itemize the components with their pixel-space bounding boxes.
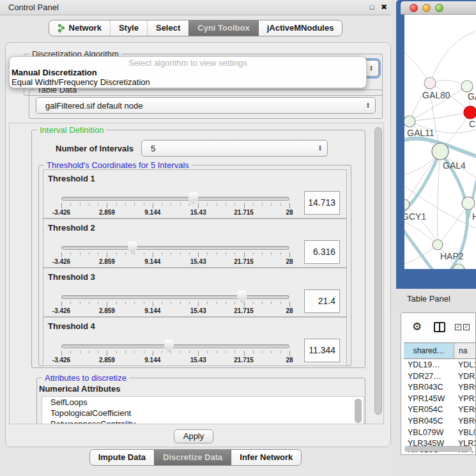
close-traffic-light-icon[interactable] — [410, 4, 418, 12]
network-graph: GAL80GACGAL11GAL4GCY1HHAP2 — [404, 15, 476, 269]
table-row[interactable]: YBL079WYBL0… — [404, 427, 475, 439]
numerical-attributes-list[interactable]: SelfLoopsTopologicalCoefficientBetweenne… — [42, 396, 364, 424]
tick-mark — [171, 302, 171, 304]
network-node-gal80-neighbor[interactable] — [424, 77, 436, 89]
close-panel-icon[interactable]: ✖ — [379, 2, 389, 13]
threshold-value-field[interactable]: 21.4 — [304, 289, 340, 313]
network-node-gal4[interactable] — [432, 143, 449, 160]
number-of-intervals-spinner[interactable]: 5 ▲▼ — [141, 140, 328, 157]
top-tab-network[interactable]: Network — [49, 20, 110, 36]
slider-track[interactable] — [61, 295, 289, 299]
zoom-traffic-light-icon[interactable] — [435, 4, 443, 12]
cell-shared-name[interactable]: YBR043C — [404, 382, 455, 394]
dropdown-option-manual-discretization[interactable]: Manual Discretization — [12, 68, 97, 77]
cell-name[interactable]: YDL1… — [455, 360, 475, 371]
cell-name[interactable]: YBL0… — [455, 427, 475, 439]
bottom-tab-infer-network[interactable]: Infer Network — [231, 450, 301, 465]
tick-mark — [125, 252, 126, 255]
network-node-node-right-top[interactable] — [461, 81, 473, 92]
threshold-value-field[interactable]: 6.316 — [304, 240, 340, 264]
checkbox-icon[interactable]: ✓ — [455, 324, 461, 330]
tick-label: 21.715 — [234, 209, 254, 216]
top-tab-jactivemnodules[interactable]: jActiveMNodules — [258, 20, 342, 36]
network-node-hap2[interactable] — [433, 240, 443, 250]
slider-track[interactable] — [61, 246, 289, 250]
tick-mark — [198, 203, 199, 208]
table-row[interactable]: YDL19…YDL1… — [404, 360, 475, 371]
tick-mark — [80, 302, 81, 304]
network-canvas[interactable]: GAL80GACGAL11GAL4GCY1HHAP2 — [404, 15, 476, 269]
slider-track[interactable] — [61, 197, 289, 201]
tick-mark — [217, 203, 217, 206]
cell-name[interactable]: YBR0… — [455, 382, 475, 394]
threshold-value-field[interactable]: 11.344 — [304, 339, 340, 362]
tick-mark — [271, 203, 272, 206]
minimize-traffic-light-icon[interactable] — [422, 4, 431, 12]
table-row[interactable]: YPR145WYPR1… — [404, 394, 475, 405]
attribute-list-item[interactable]: TopologicalCoefficient — [42, 408, 364, 418]
tick-label: 15.43 — [190, 209, 206, 216]
checkbox-icon[interactable]: ✓ — [463, 324, 470, 330]
tick-mark — [80, 203, 81, 206]
cell-shared-name[interactable]: YDL19… — [404, 360, 455, 371]
vertical-scrollbar[interactable] — [374, 127, 382, 415]
horizontal-scrollbar[interactable] — [404, 446, 472, 452]
slider-track[interactable] — [61, 344, 289, 348]
dropdown-option-equal-width-frequency[interactable]: Equal Width/Frequency Discretization — [12, 77, 150, 87]
top-tab-cyni-toolbox[interactable]: Cyni Toolbox — [188, 20, 257, 36]
tick-mark — [89, 351, 89, 353]
cell-shared-name[interactable]: YPR145W — [404, 394, 455, 405]
cell-shared-name[interactable]: YER054C — [404, 404, 455, 416]
tick-mark — [61, 302, 62, 307]
column-header-name[interactable]: na — [454, 343, 475, 358]
tab-label: Style — [119, 20, 139, 36]
top-tab-select[interactable]: Select — [147, 20, 188, 36]
network-node-red-node[interactable] — [464, 106, 476, 119]
table-row[interactable]: YDR27…YDR2… — [404, 371, 475, 383]
cell-name[interactable]: YPR1… — [455, 394, 475, 405]
cell-shared-name[interactable]: YBL079W — [404, 427, 455, 439]
tick-mark — [70, 302, 71, 304]
tick-mark — [244, 302, 245, 307]
dropdown-hint: Select algorithm to view settings — [10, 58, 366, 68]
cell-name[interactable]: YDR2… — [455, 371, 475, 383]
network-node-h-node[interactable] — [462, 197, 475, 210]
table-row[interactable]: YER054CYER0… — [404, 404, 475, 416]
table-row[interactable]: YBR045CYBR0… — [404, 416, 475, 427]
tick-mark — [207, 302, 208, 304]
float-panel-icon[interactable]: □ — [367, 2, 377, 13]
column-layout-icon[interactable] — [434, 322, 445, 332]
cell-shared-name[interactable]: YDR27… — [404, 371, 455, 383]
tick-label: 9.144 — [144, 357, 160, 364]
gear-icon[interactable]: ⚙ — [412, 320, 422, 334]
table-row[interactable]: YBR043CYBR0… — [404, 382, 475, 394]
tick-mark — [171, 203, 171, 206]
tab-label: jActiveMNodules — [267, 20, 334, 36]
attribute-list-item[interactable]: BetweennessCentrality — [42, 418, 364, 424]
threshold-panel-4: Threshold 4-3.4262.8599.14415.4321.71528… — [43, 317, 347, 366]
tick-mark — [189, 252, 190, 255]
control-panel-titlebar: Control Panel □ ✖ — [0, 0, 391, 15]
tab-label: Discretize Data — [163, 450, 222, 465]
threshold-value-field[interactable]: 14.713 — [304, 191, 340, 215]
list-scrollbar[interactable] — [355, 399, 362, 423]
tick-mark — [116, 203, 117, 206]
tick-mark — [289, 351, 290, 356]
column-header-shared-name[interactable]: shared… — [404, 343, 454, 358]
attribute-list-item[interactable]: SelfLoops — [42, 397, 364, 408]
bottom-tab-impute-data[interactable]: Impute Data — [90, 450, 154, 465]
bottom-tab-discretize-data[interactable]: Discretize Data — [154, 450, 231, 465]
table-toolbar: ⚙ ✓ ✓ — [401, 313, 475, 342]
table-data-select[interactable]: galFiltered.sif default node ▲▼ — [36, 97, 376, 114]
cell-shared-name[interactable]: YBR045C — [404, 416, 455, 427]
tick-mark — [89, 203, 89, 206]
tick-mark — [198, 252, 199, 257]
cell-name[interactable]: YBR0… — [455, 416, 475, 427]
tick-label: 15.43 — [190, 357, 206, 364]
network-node-gal11[interactable] — [404, 116, 415, 127]
apply-button[interactable]: Apply — [174, 429, 213, 443]
threshold-label: Threshold 3 — [48, 272, 95, 282]
bottom-tabs-container: Impute DataDiscretize DataInfer Network — [89, 449, 302, 466]
cell-name[interactable]: YER0… — [455, 404, 475, 416]
top-tab-style[interactable]: Style — [110, 20, 147, 36]
